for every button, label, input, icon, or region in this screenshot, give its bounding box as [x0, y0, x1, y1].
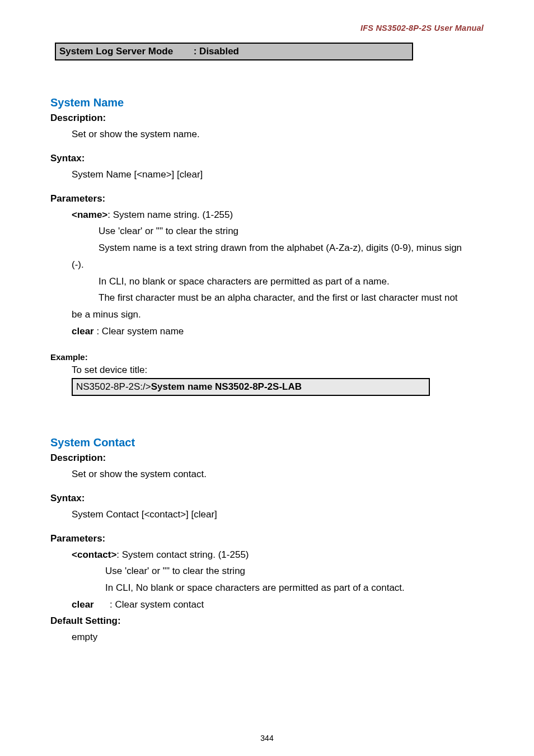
sn-description-label: Description:	[50, 113, 484, 124]
sc-param-line2: Use 'clear' or "" to clear the string	[50, 563, 484, 580]
sn-syntax-label: Syntax:	[50, 153, 484, 164]
sn-param-line7: be a minus sign.	[50, 306, 484, 323]
sn-example-label: Example:	[50, 352, 484, 362]
sc-params-label: Parameters:	[50, 533, 484, 544]
sc-syntax-text: System Contact [<contact>] [clear]	[50, 506, 484, 523]
sc-param-clear-key: clear	[72, 599, 94, 610]
sn-param-clear: clear : Clear system name	[50, 323, 484, 340]
syslog-mode-value: : Disabled	[194, 46, 239, 57]
sn-param-line5: In CLI, no blank or space characters are…	[50, 273, 484, 290]
sn-param-line2: Use 'clear' or "" to clear the string	[50, 223, 484, 240]
sc-param-clear-rest: : Clear system contact	[94, 599, 204, 610]
syslog-mode-box: System Log Server Mode : Disabled	[55, 43, 413, 60]
sn-params-label: Parameters:	[50, 193, 484, 204]
sc-description-label: Description:	[50, 452, 484, 464]
sc-param-clear: clear : Clear system contact	[50, 596, 484, 613]
system-name-title: System Name	[50, 96, 484, 109]
sn-example-text: To set device title:	[50, 363, 484, 377]
sc-default-text: empty	[50, 629, 484, 646]
sn-description-text: Set or show the system name.	[50, 126, 484, 143]
syslog-mode-label: System Log Server Mode	[59, 46, 191, 57]
sn-param-name-rest: : System name string. (1-255)	[107, 209, 233, 220]
sc-description-text: Set or show the system contact.	[50, 466, 484, 483]
sc-param-contact-rest: : System contact string. (1-255)	[116, 549, 249, 560]
page-number: 344	[0, 734, 534, 743]
sn-example-box-cmd: System name NS3502-8P-2S-LAB	[151, 381, 302, 392]
sn-param-line3: System name is a text string drawn from …	[50, 240, 484, 256]
doc-header: IFS NS3502-8P-2S User Manual	[50, 24, 484, 32]
sc-syntax-label: Syntax:	[50, 493, 484, 504]
sc-param-contact-key: <contact>	[72, 549, 116, 560]
sc-default-label: Default Setting:	[50, 615, 484, 627]
sn-syntax-text: System Name [<name>] [clear]	[50, 166, 484, 183]
sn-param-line4: (-).	[50, 256, 484, 273]
sn-example-box: NS3502-8P-2S:/>System name NS3502-8P-2S-…	[72, 378, 430, 396]
sc-param-line3: In CLI, No blank or space characters are…	[50, 580, 484, 596]
sn-param-name-key: <name>	[72, 209, 107, 220]
system-contact-title: System Contact	[50, 436, 484, 449]
sn-example-box-prefix: NS3502-8P-2S:/>	[76, 381, 151, 392]
sn-param-line6: The first character must be an alpha cha…	[50, 290, 484, 306]
sn-param-clear-rest: : Clear system name	[94, 326, 184, 337]
sn-param-name: <name>: System name string. (1-255)	[50, 207, 484, 223]
sn-param-clear-key: clear	[72, 326, 94, 337]
sc-param-contact: <contact>: System contact string. (1-255…	[50, 547, 484, 563]
